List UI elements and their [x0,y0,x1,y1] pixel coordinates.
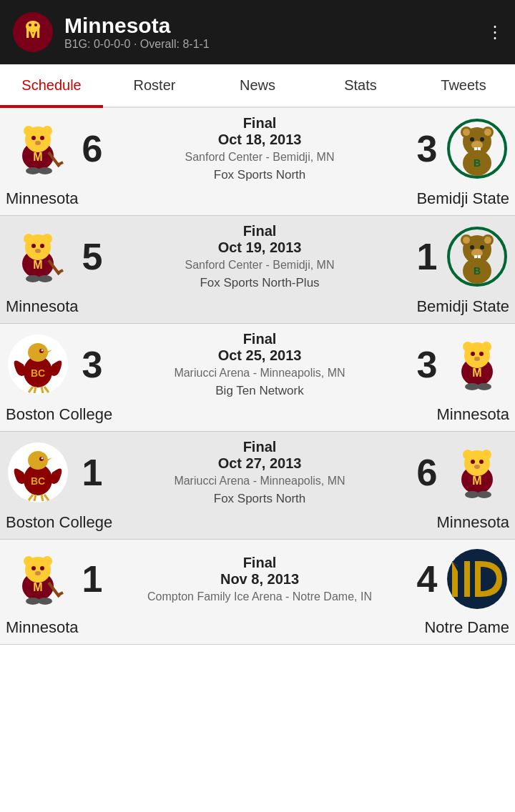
menu-button[interactable]: ⋮ [486,22,504,42]
game-date: Nov 8, 2013 [114,571,405,588]
header-info: Minnesota B1G: 0-0-0-0 · Overall: 8-1-1 [64,14,210,51]
svg-point-50 [470,245,474,249]
home-logo: M [6,117,70,181]
game-status: Final [114,555,405,571]
game-status: Final [114,115,405,132]
bc-logo: BC [6,332,70,397]
home-team-side: M 5 [6,224,110,289]
game-status: Final [114,331,405,347]
svg-point-25 [470,137,474,142]
away-logo: B [445,224,509,289]
svg-point-98 [477,491,491,498]
svg-point-62 [41,350,44,352]
away-team-side: B [445,117,509,181]
games-list: M 6 Final Oct 18, 2013 Sanford Center - … [0,108,515,645]
svg-point-13 [35,141,41,145]
svg-point-71 [481,342,491,352]
tab-stats[interactable]: Stats [309,64,412,107]
svg-rect-117 [475,561,481,597]
game-row: M 1 Final Nov 8, 2013 Compton Family Ice… [0,540,515,645]
svg-point-3 [29,24,31,26]
team-names: Minnesota Bemidji State [0,189,515,215]
home-team-name: Minnesota [6,189,79,208]
tab-schedule[interactable]: Schedule [0,64,103,107]
bc-logo: BC [6,440,70,505]
svg-point-37 [40,244,44,248]
game-content: M 5 Final Oct 19, 2013 Sanford Center - … [0,216,515,297]
game-date: Oct 25, 2013 [114,347,405,364]
game-network: Big Ten Network [114,384,405,398]
away-team-name: Bemidji State [416,189,509,208]
away-score: 3 [409,343,445,386]
away-score: 1 [409,235,445,278]
game-content: M 1 Final Nov 8, 2013 Compton Family Ice… [0,540,515,618]
home-score: 1 [74,451,110,494]
home-score: 1 [74,558,110,600]
away-team-side: M [445,332,509,397]
svg-text:BC: BC [31,475,45,487]
svg-line-65 [34,387,36,393]
svg-line-66 [41,387,43,393]
home-team-side: M 1 [6,547,110,611]
svg-text:M: M [33,151,42,163]
svg-point-38 [35,249,41,253]
away-team-name: Bemidji State [416,297,509,316]
svg-point-103 [31,566,36,570]
svg-point-59 [28,343,48,362]
svg-point-70 [463,342,473,352]
game-row: BC 3 Final Oct 25, 2013 Mariucci Arena -… [0,324,515,432]
home-team-side: M 6 [6,117,110,181]
tab-bar: Schedule Roster News Stats Tweets [0,64,515,108]
svg-point-102 [42,556,52,566]
away-team-side: M [445,440,509,505]
svg-point-91 [463,450,473,460]
svg-point-83 [41,457,44,460]
game-network: Fox Sports North [114,168,405,182]
svg-point-74 [474,357,480,361]
away-team-side: B [445,224,509,289]
team-names: Boston College Minnesota [0,513,515,539]
svg-text:B: B [474,265,481,277]
svg-point-105 [35,571,41,575]
svg-point-4 [34,24,37,26]
game-venue: Mariucci Arena - Minneapolis, MN [114,475,405,487]
svg-point-92 [481,450,491,460]
svg-point-23 [463,129,470,136]
svg-text:BC: BC [31,367,45,379]
team-name: Minnesota [64,14,210,38]
svg-point-5 [29,26,37,32]
svg-point-35 [42,234,52,244]
home-logo: M [445,332,509,397]
svg-point-34 [24,234,34,244]
svg-point-10 [42,126,52,136]
game-network: Fox Sports North [114,492,405,506]
team-names: Minnesota Bemidji State [0,297,515,323]
game-info: Final Oct 27, 2013 Mariucci Arena - Minn… [110,439,409,506]
svg-point-104 [40,566,44,570]
game-content: M 6 Final Oct 18, 2013 Sanford Center - … [0,108,515,189]
tab-news[interactable]: News [206,64,309,107]
game-info: Final Oct 19, 2013 Sanford Center - Bemi… [110,223,409,290]
app-header: M Minnesota B1G: 0-0-0-0 · Overall: 8-1-… [0,0,515,64]
svg-point-49 [484,237,491,244]
team-names: Boston College Minnesota [0,405,515,431]
svg-point-101 [24,556,34,566]
game-date: Oct 19, 2013 [114,239,405,256]
header-team-logo: M [11,11,54,54]
svg-line-87 [41,495,43,501]
svg-point-94 [479,460,484,464]
home-logo: M [6,224,70,289]
svg-point-9 [24,126,34,136]
game-network: Fox Sports North-Plus [114,276,405,290]
game-row: M 6 Final Oct 18, 2013 Sanford Center - … [0,108,515,216]
game-venue: Sanford Center - Bemidji, MN [114,151,405,164]
game-status: Final [114,439,405,455]
svg-text:M: M [472,475,481,487]
tab-roster[interactable]: Roster [103,64,206,107]
tab-tweets[interactable]: Tweets [412,64,515,107]
game-info: Final Oct 25, 2013 Mariucci Arena - Minn… [110,331,409,398]
gopher-logo: M [6,547,70,611]
home-team-side: BC 1 [6,440,110,505]
svg-point-18 [38,167,52,174]
away-team-side [445,547,509,611]
